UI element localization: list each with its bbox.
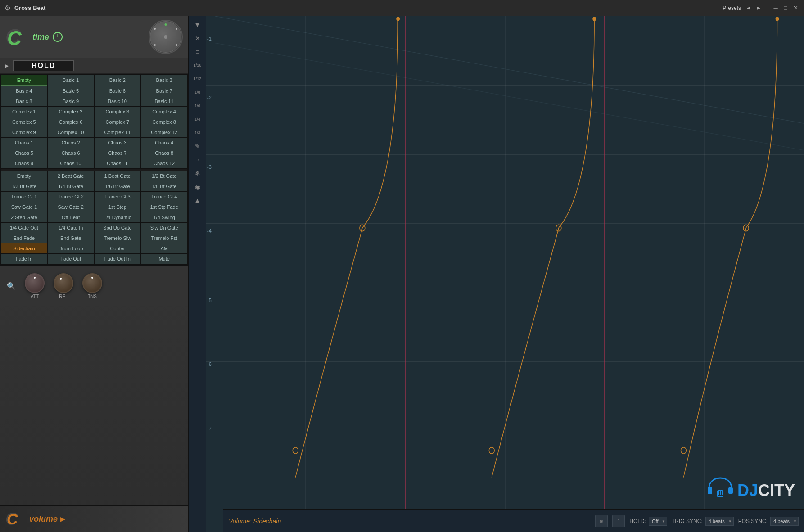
preset-14swing[interactable]: 1/4 Swing — [141, 212, 187, 222]
toolbar-14-btn[interactable]: 1/4 — [190, 113, 205, 126]
toolbar-13-btn[interactable]: 1/3 — [190, 126, 205, 139]
preset-basic7[interactable]: Basic 7 — [141, 86, 187, 96]
preset-complex5[interactable]: Complex 5 — [1, 117, 47, 127]
preset-trancegt3[interactable]: Trance Gt 3 — [95, 192, 141, 202]
preset-complex6[interactable]: Complex 6 — [48, 117, 94, 127]
preset-13btgate[interactable]: 1/3 Bt Gate — [1, 181, 47, 191]
preset-basic5[interactable]: Basic 5 — [48, 86, 94, 96]
preset-basic8[interactable]: Basic 8 — [1, 96, 47, 106]
toolbar-116-btn[interactable]: 1/16 — [190, 59, 205, 72]
toolbar-record-btn[interactable]: ◉ — [190, 180, 205, 193]
preset-1ststep[interactable]: 1st Step — [95, 202, 141, 212]
toolbar-pencil-btn[interactable]: ✎ — [190, 140, 205, 153]
preset-fadeout[interactable]: Fade Out — [48, 254, 94, 264]
toolbar-x-btn[interactable]: ✕ — [190, 32, 205, 45]
preset-complex3[interactable]: Complex 3 — [95, 107, 141, 117]
preset-14gatein[interactable]: 1/4 Gate In — [48, 223, 94, 233]
top-dot-3[interactable] — [776, 17, 779, 21]
preset-basic1[interactable]: Basic 1 — [48, 75, 94, 86]
preset-complex12[interactable]: Complex 12 — [141, 127, 187, 137]
preset-chaos12[interactable]: Chaos 12 — [141, 158, 187, 168]
toolbar-up-btn[interactable]: ▲ — [190, 194, 205, 207]
preset-14btgate[interactable]: 1/4 Bt Gate — [48, 181, 94, 191]
preset-chaos5[interactable]: Chaos 5 — [1, 148, 47, 158]
maximize-button[interactable]: □ — [781, 4, 790, 12]
toolbar-arrow-btn[interactable]: → — [190, 153, 205, 166]
preset-mute[interactable]: Mute — [141, 254, 187, 264]
preset-complex9[interactable]: Complex 9 — [1, 127, 47, 137]
cp-3-2[interactable] — [681, 447, 686, 454]
toolbar-18-btn[interactable]: 1/8 — [190, 86, 205, 99]
preset-basic2[interactable]: Basic 2 — [95, 75, 141, 86]
preset-chaos10[interactable]: Chaos 10 — [48, 158, 94, 168]
hold-select[interactable]: Off On — [649, 517, 667, 526]
preset-basic3[interactable]: Basic 3 — [141, 75, 187, 86]
att-knob[interactable] — [25, 273, 45, 293]
preset-chaos9[interactable]: Chaos 9 — [1, 158, 47, 168]
preset-2stepgate[interactable]: 2 Step Gate — [1, 212, 47, 222]
preset-tremeloslw[interactable]: Tremelo Slw — [95, 233, 141, 243]
preset-fadeoutin[interactable]: Fade Out In — [95, 254, 141, 264]
preset-trancegt2[interactable]: Trance Gt 2 — [48, 192, 94, 202]
toolbar-snowflake-btn[interactable]: ❄ — [190, 167, 205, 180]
preset-sidechain[interactable]: Sidechain — [1, 243, 47, 253]
toolbar-16-btn[interactable]: 1/6 — [190, 99, 205, 112]
preset-halfbtgate[interactable]: 1/2 Bt Gate — [141, 171, 187, 181]
preset-drumloop[interactable]: Drum Loop — [48, 243, 94, 253]
cp-2-2[interactable] — [489, 447, 494, 454]
preset-am[interactable]: AM — [141, 243, 187, 253]
rel-knob[interactable] — [54, 273, 73, 293]
preset-chaos6[interactable]: Chaos 6 — [48, 148, 94, 158]
minimize-button[interactable]: ─ — [772, 4, 780, 12]
preset-chaos7[interactable]: Chaos 7 — [95, 148, 141, 158]
preset-basic4[interactable]: Basic 4 — [1, 86, 47, 96]
pattern-btn[interactable]: ⊞ — [595, 515, 608, 527]
preset-complex8[interactable]: Complex 8 — [141, 117, 187, 127]
preset-complex2[interactable]: Complex 2 — [48, 107, 94, 117]
preset-basic10[interactable]: Basic 10 — [95, 96, 141, 106]
preset-complex7[interactable]: Complex 7 — [95, 117, 141, 127]
preset-sawgate2[interactable]: Saw Gate 2 — [48, 202, 94, 212]
pos-sync-select[interactable]: 4 beats 2 beats 1 beat — [770, 517, 799, 526]
trig-sync-select[interactable]: 4 beats 2 beats 1 beat — [705, 517, 734, 526]
preset-fadein[interactable]: Fade In — [1, 254, 47, 264]
hold-arrow[interactable]: ▶ — [5, 63, 9, 69]
preset-sawgate1[interactable]: Saw Gate 1 — [1, 202, 47, 212]
tns-knob[interactable] — [82, 273, 102, 293]
preset-offbeat[interactable]: Off Beat — [48, 212, 94, 222]
preset-14gateout[interactable]: 1/4 Gate Out — [1, 223, 47, 233]
preset-complex11[interactable]: Complex 11 — [95, 127, 141, 137]
preset-trancegt4[interactable]: Trance Gt 4 — [141, 192, 187, 202]
preset-16btgate[interactable]: 1/6 Bt Gate — [95, 181, 141, 191]
preset-chaos4[interactable]: Chaos 4 — [141, 138, 187, 148]
preset-basic6[interactable]: Basic 6 — [95, 86, 141, 96]
knob-display[interactable] — [149, 20, 183, 54]
preset-tremelofst[interactable]: Tremelo Fst — [141, 233, 187, 243]
preset-1ststpfade[interactable]: 1st Stp Fade — [141, 202, 187, 212]
preset-complex1[interactable]: Complex 1 — [1, 107, 47, 117]
top-dot-1[interactable] — [396, 17, 400, 21]
toolbar-minus-btn[interactable]: ⊟ — [190, 45, 205, 58]
preset-spdupgate[interactable]: Spd Up Gate — [95, 223, 141, 233]
toolbar-down-btn[interactable]: ▼ — [190, 18, 205, 31]
preset-2beatgate[interactable]: 2 Beat Gate — [48, 171, 94, 181]
preset-chaos1[interactable]: Chaos 1 — [1, 138, 47, 148]
preset-chaos8[interactable]: Chaos 8 — [141, 148, 187, 158]
num-btn[interactable]: 1 — [612, 515, 625, 527]
toolbar-112-btn[interactable]: 1/12 — [190, 72, 205, 85]
preset-basic11[interactable]: Basic 11 — [141, 96, 187, 106]
cp-1-2[interactable] — [293, 447, 298, 454]
preset-copter[interactable]: Copter — [95, 243, 141, 253]
preset-18btgate[interactable]: 1/8 Bt Gate — [141, 181, 187, 191]
search-icon[interactable]: 🔍 — [7, 282, 16, 290]
preset-trancegt1[interactable]: Trance Gt 1 — [1, 192, 47, 202]
preset-slwdngate[interactable]: Slw Dn Gate — [141, 223, 187, 233]
preset-endfade[interactable]: End Fade — [1, 233, 47, 243]
preset-14dynamic[interactable]: 1/4 Dynamic — [95, 212, 141, 222]
preset-empty2[interactable]: Empty — [1, 171, 47, 181]
preset-basic9[interactable]: Basic 9 — [48, 96, 94, 106]
preset-empty[interactable]: Empty — [1, 75, 47, 86]
prev-preset-button[interactable]: ◄ — [745, 4, 753, 12]
preset-complex10[interactable]: Complex 10 — [48, 127, 94, 137]
preset-chaos3[interactable]: Chaos 3 — [95, 138, 141, 148]
